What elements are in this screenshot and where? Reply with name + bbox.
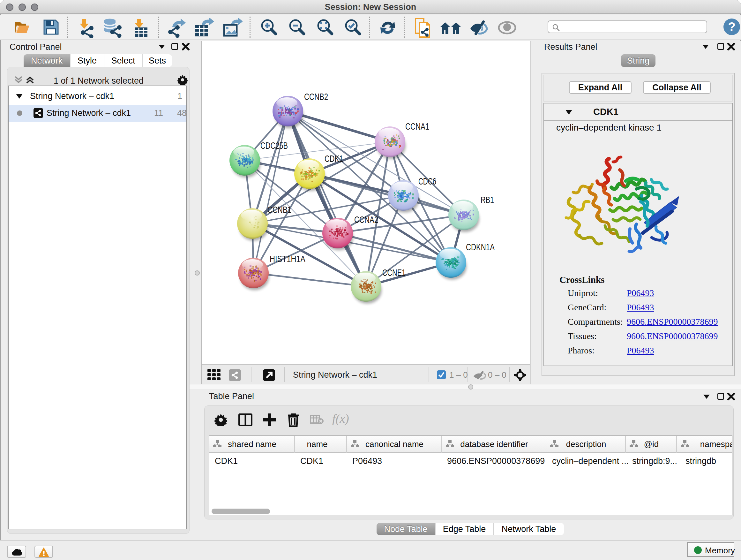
svg-text:HIST1H1A: HIST1H1A <box>270 254 306 264</box>
svg-text:CDC25B: CDC25B <box>260 140 288 151</box>
svg-text:CCNA1: CCNA1 <box>405 121 429 132</box>
svg-text:CDKN1A: CDKN1A <box>466 242 495 252</box>
svg-text:CDC6: CDC6 <box>418 176 436 186</box>
svg-text:CDK1: CDK1 <box>325 153 343 164</box>
svg-text:CCNA2: CCNA2 <box>354 214 378 225</box>
svg-text:RB1: RB1 <box>481 195 494 205</box>
svg-text:?: ? <box>728 20 735 34</box>
svg-text:CCNB1: CCNB1 <box>267 205 291 215</box>
svg-text:CCNB2: CCNB2 <box>304 91 328 102</box>
svg-text:CCNE1: CCNE1 <box>382 267 406 278</box>
